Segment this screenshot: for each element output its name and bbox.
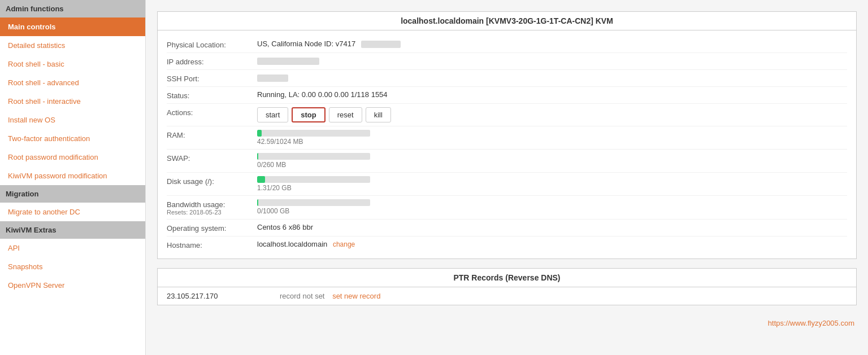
reset-button[interactable]: reset	[329, 107, 362, 122]
ptr-record-wrap: record not set set new record	[280, 292, 380, 300]
physical-location-blurred	[361, 41, 401, 48]
sidebar-item-root-password[interactable]: Root password modification	[0, 148, 145, 166]
ram-progress-fill	[257, 130, 262, 137]
set-new-record-link[interactable]: set new record	[332, 292, 380, 300]
info-card-body: Physical Location: US, California Node I…	[158, 30, 856, 258]
swap-row: SWAP: 0/260 MB	[167, 150, 847, 173]
actions-label: Actions:	[167, 107, 257, 117]
swap-progress-wrap: 0/260 MB	[257, 153, 847, 169]
bandwidth-progress-wrap: 0/1000 GB	[257, 199, 847, 215]
hostname-change-link[interactable]: change	[333, 240, 355, 248]
start-button[interactable]: start	[257, 107, 288, 122]
bandwidth-row: Bandwidth usage: Resets: 2018-05-23 0/10…	[167, 196, 847, 220]
physical-location-value: US, California Node ID: v7417	[257, 40, 847, 48]
os-row: Operating system: Centos 6 x86 bbr	[167, 220, 847, 236]
bandwidth-main-label: Bandwidth usage:	[167, 200, 257, 209]
info-card: localhost.localdomain [KVMV3-20G-1G-1T-C…	[157, 11, 857, 259]
sidebar-item-kiwivm-password[interactable]: KiwiVM password modification	[0, 166, 145, 185]
ssh-port-blurred	[257, 74, 288, 82]
sidebar-item-two-factor[interactable]: Two-factor authentication	[0, 129, 145, 148]
ssh-port-row: SSH Port:	[167, 70, 847, 87]
ssh-port-label: SSH Port:	[167, 73, 257, 83]
disk-label: Disk usage (/):	[167, 176, 257, 186]
swap-label: SWAP:	[167, 153, 257, 163]
disk-progress-wrap: 1.31/20 GB	[257, 176, 847, 192]
info-card-title: localhost.localdomain [KVMV3-20G-1G-1T-C…	[158, 12, 856, 30]
sidebar-item-root-shell-basic[interactable]: Root shell - basic	[0, 55, 145, 73]
ram-progress-wrap: 42.59/1024 MB	[257, 130, 847, 146]
actions-value: start stop reset kill	[257, 107, 847, 122]
status-row: Status: Running, LA: 0.00 0.00 0.00 1/11…	[167, 87, 847, 104]
sidebar-section-admin-functions: Admin functions	[0, 0, 145, 17]
ssh-port-value	[257, 73, 847, 82]
bandwidth-progress-label: 0/1000 GB	[257, 207, 847, 215]
sidebar-item-openvpn[interactable]: OpenVPN Server	[0, 276, 145, 295]
ram-progress-bg	[257, 130, 370, 137]
bandwidth-progress-fill	[257, 199, 258, 206]
watermark: https://www.flyzy2005.com	[157, 314, 857, 327]
sidebar-item-snapshots[interactable]: Snapshots	[0, 257, 145, 276]
hostname-label: Hostname:	[167, 240, 257, 249]
ip-address-value	[257, 56, 847, 65]
swap-progress-bg	[257, 153, 370, 160]
kill-button[interactable]: kill	[366, 107, 391, 122]
sidebar-item-install-new-os[interactable]: Install new OS	[0, 111, 145, 129]
sidebar-item-detailed-statistics[interactable]: Detailed statistics	[0, 36, 145, 55]
ip-blurred	[257, 58, 319, 65]
ram-label: RAM:	[167, 130, 257, 139]
ram-value: 42.59/1024 MB	[257, 130, 847, 146]
physical-location-label: Physical Location:	[167, 40, 257, 49]
swap-progress-label: 0/260 MB	[257, 161, 847, 169]
ip-address-row: IP address:	[167, 53, 847, 70]
sidebar-section-migration: Migration	[0, 185, 145, 203]
sidebar-item-main-controls[interactable]: Main controls	[0, 17, 145, 36]
sidebar-item-migrate-dc[interactable]: Migrate to another DC	[0, 203, 145, 221]
bandwidth-label: Bandwidth usage: Resets: 2018-05-23	[167, 199, 257, 216]
sidebar-item-api[interactable]: API	[0, 239, 145, 257]
hostname-value: localhost.localdomain change	[257, 240, 847, 248]
ram-row: RAM: 42.59/1024 MB	[167, 126, 847, 150]
bandwidth-progress-bg	[257, 199, 370, 206]
main-content: localhost.localdomain [KVMV3-20G-1G-1T-C…	[146, 0, 868, 355]
bandwidth-reset-label: Resets: 2018-05-23	[167, 209, 257, 216]
disk-progress-label: 1.31/20 GB	[257, 184, 847, 192]
ptr-record-text: record not set	[280, 292, 325, 300]
disk-row: Disk usage (/): 1.31/20 GB	[167, 173, 847, 196]
ptr-card: PTR Records (Reverse DNS) 23.105.217.170…	[157, 268, 857, 305]
disk-progress-bg	[257, 176, 370, 183]
sidebar-item-root-shell-advanced[interactable]: Root shell - advanced	[0, 73, 145, 92]
swap-value: 0/260 MB	[257, 153, 847, 169]
ptr-card-title: PTR Records (Reverse DNS)	[158, 269, 856, 287]
disk-progress-fill	[257, 176, 265, 183]
sidebar: Admin functionsMain controlsDetailed sta…	[0, 0, 146, 355]
sidebar-item-root-shell-interactive[interactable]: Root shell - interactive	[0, 92, 145, 111]
disk-value: 1.31/20 GB	[257, 176, 847, 192]
status-label: Status:	[167, 90, 257, 100]
ptr-row: 23.105.217.170 record not set set new re…	[158, 287, 856, 305]
action-buttons: start stop reset kill	[257, 107, 847, 122]
hostname-row: Hostname: localhost.localdomain change	[167, 236, 847, 253]
status-value: Running, LA: 0.00 0.00 0.00 1/118 1554	[257, 90, 847, 99]
ip-address-label: IP address:	[167, 56, 257, 66]
actions-row: Actions: start stop reset kill	[167, 104, 847, 126]
physical-location-row: Physical Location: US, California Node I…	[167, 36, 847, 53]
stop-button[interactable]: stop	[292, 107, 325, 122]
os-value: Centos 6 x86 bbr	[257, 223, 847, 231]
swap-progress-fill	[257, 153, 258, 160]
sidebar-section-kiwivm-extras: KiwiVM Extras	[0, 221, 145, 239]
bandwidth-value: 0/1000 GB	[257, 199, 847, 215]
ptr-ip: 23.105.217.170	[167, 292, 257, 300]
os-label: Operating system:	[167, 223, 257, 233]
ram-progress-label: 42.59/1024 MB	[257, 138, 847, 146]
bw-label-wrap: Bandwidth usage: Resets: 2018-05-23	[167, 200, 257, 216]
